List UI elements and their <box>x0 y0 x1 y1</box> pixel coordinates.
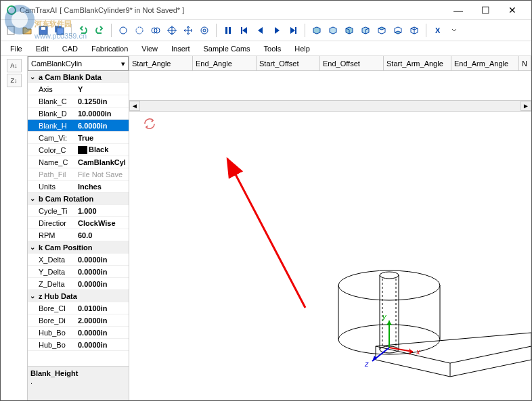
prop-rpm[interactable]: RPM60.0 <box>28 229 129 241</box>
redo-icon[interactable] <box>92 23 107 38</box>
cam-blank-model: x y z <box>261 225 531 400</box>
collapse-icon[interactable]: ⌄ <box>28 73 37 80</box>
close-button[interactable]: ✕ <box>499 2 526 18</box>
prop-hub-bo1[interactable]: Hub_Bo0.0000in <box>28 327 129 339</box>
skip-end-icon[interactable] <box>286 23 301 38</box>
col-start-angle[interactable]: Start_Angle <box>129 56 193 70</box>
cube-right-icon[interactable] <box>358 23 373 38</box>
ring-icon[interactable] <box>197 23 212 38</box>
refresh-icon[interactable] <box>143 117 156 131</box>
prop-blank-h[interactable]: Blank_H6.0000in <box>28 120 129 132</box>
svg-rect-22 <box>295 27 296 34</box>
circle-icon[interactable] <box>116 23 131 38</box>
menu-edit[interactable]: Edit <box>30 43 54 54</box>
open-icon[interactable] <box>20 23 35 38</box>
collapse-icon[interactable]: ⌄ <box>28 243 37 251</box>
minimize-button[interactable]: — <box>445 2 472 18</box>
double-circle-icon[interactable] <box>148 23 163 38</box>
prop-section-header[interactable]: ⌄k Cam Position <box>28 241 129 254</box>
menu-fabrication[interactable]: Fabrication <box>86 43 133 54</box>
menu-view[interactable]: View <box>136 43 163 54</box>
undo-icon[interactable] <box>76 23 91 38</box>
col-end-offset[interactable]: End_Offset <box>320 56 384 70</box>
toolbar-separator <box>71 24 72 37</box>
table-body[interactable]: ◄ ► <box>129 71 531 112</box>
prop-hub-bo2[interactable]: Hub_Bo0.0000in <box>28 339 129 351</box>
axis-y-label: y <box>382 312 387 321</box>
prop-bore-ch[interactable]: Bore_Cl0.0100in <box>28 302 129 314</box>
maximize-button[interactable]: ☐ <box>472 2 499 18</box>
menu-sample-cams[interactable]: Sample Cams <box>198 43 256 54</box>
cube-left-icon[interactable] <box>342 23 357 38</box>
cube-back-icon[interactable] <box>326 23 340 38</box>
svg-point-18 <box>203 29 206 32</box>
collapse-icon[interactable]: ⌄ <box>28 195 37 202</box>
prop-color-c[interactable]: Color_CBlack <box>28 144 129 156</box>
collapse-icon[interactable]: ⌄ <box>28 292 37 300</box>
cube-bottom-icon[interactable] <box>391 23 405 38</box>
col-end-arm-angle[interactable]: End_Arm_Angle <box>451 56 519 70</box>
menu-help[interactable]: Help <box>289 43 315 54</box>
scroll-right-icon[interactable]: ► <box>520 101 531 111</box>
prop-section-header[interactable]: ⌄z Hub Data <box>28 290 129 302</box>
prop-y-delta[interactable]: Y_Delta0.0000in <box>28 266 129 278</box>
app-icon <box>6 5 17 16</box>
prop-x-delta[interactable]: X_Delta0.0000in <box>28 254 129 266</box>
viewport-3d[interactable]: x y z <box>129 112 531 400</box>
menu-insert[interactable]: Insert <box>166 43 196 54</box>
axis-x-label: x <box>416 348 420 356</box>
prop-section-header[interactable]: ⌄b Cam Rotation <box>28 193 129 205</box>
pause-icon[interactable] <box>221 23 236 38</box>
svg-point-29 <box>380 272 399 279</box>
skip-start-icon[interactable] <box>237 23 252 38</box>
svg-rect-5 <box>7 26 14 34</box>
col-start-arm-angle[interactable]: Start_Arm_Angle <box>384 56 451 70</box>
prop-name-c[interactable]: Name_CCamBlankCyl <box>28 156 129 168</box>
scroll-track[interactable] <box>140 101 520 111</box>
svg-rect-19 <box>225 27 227 34</box>
axis-x-icon[interactable]: X <box>430 23 445 38</box>
prop-cam-vi[interactable]: Cam_Vi:True <box>28 132 129 144</box>
right-area: Start_Angle End_Angle Start_Offset End_O… <box>129 56 531 400</box>
prop-axis[interactable]: AxisY <box>28 83 129 95</box>
menu-cad[interactable]: CAD <box>57 43 83 54</box>
next-icon[interactable] <box>269 23 284 38</box>
col-n[interactable]: N <box>519 56 531 70</box>
prop-blank-d[interactable]: Blank_D10.0000in <box>28 108 129 120</box>
sort-za-icon[interactable]: Z↓ <box>7 74 22 87</box>
property-grid[interactable]: ⌄a Cam Blank Data AxisY Blank_C0.1250in … <box>28 71 129 367</box>
prop-cycle-ti[interactable]: Cycle_Ti1.000 <box>28 205 129 217</box>
cube-front-icon[interactable] <box>309 23 324 38</box>
titlebar: CamTraxAI [ CamBlankCylinder9* in Not Sa… <box>1 1 531 20</box>
menu-tools[interactable]: Tools <box>259 43 287 54</box>
menu-file[interactable]: File <box>5 43 28 54</box>
prev-icon[interactable] <box>253 23 268 38</box>
scroll-left-icon[interactable]: ◄ <box>129 101 140 111</box>
save-icon[interactable] <box>36 23 51 38</box>
svg-rect-9 <box>57 28 64 34</box>
new-file-icon[interactable] <box>3 23 18 38</box>
prop-z-delta[interactable]: Z_Delta0.0000in <box>28 278 129 290</box>
prop-path-fil[interactable]: Path_FilFile Not Save <box>28 168 129 181</box>
cube-top-icon[interactable] <box>374 23 389 38</box>
rail: A↓ Z↓ <box>1 56 28 400</box>
toolbar-separator <box>305 24 305 37</box>
gear-icon[interactable] <box>132 23 147 38</box>
prop-units[interactable]: UnitsInches <box>28 181 129 193</box>
sort-az-icon[interactable]: A↓ <box>7 59 22 72</box>
move-icon[interactable] <box>181 23 196 38</box>
col-start-offset[interactable]: Start_Offset <box>257 56 320 70</box>
prop-blank-c[interactable]: Blank_C0.1250in <box>28 95 129 108</box>
cube-iso-icon[interactable] <box>407 23 422 38</box>
col-end-angle[interactable]: End_Angle <box>193 56 257 70</box>
prop-bore-di[interactable]: Bore_Di2.0000in <box>28 314 129 327</box>
prop-direction[interactable]: DirectiorClockWise <box>28 217 129 229</box>
window-title: CamTraxAI [ CamBlankCylinder9* in Not Sa… <box>6 5 445 16</box>
app-name: CamTraxAI <box>20 6 57 14</box>
target-icon[interactable] <box>164 23 179 38</box>
save-all-icon[interactable] <box>52 23 67 38</box>
chevron-down-icon[interactable] <box>447 23 462 38</box>
prop-section-header[interactable]: ⌄a Cam Blank Data <box>28 71 129 83</box>
horizontal-scrollbar[interactable]: ◄ ► <box>129 100 531 111</box>
object-selector[interactable]: CamBlankCylin ▾ <box>28 56 129 71</box>
